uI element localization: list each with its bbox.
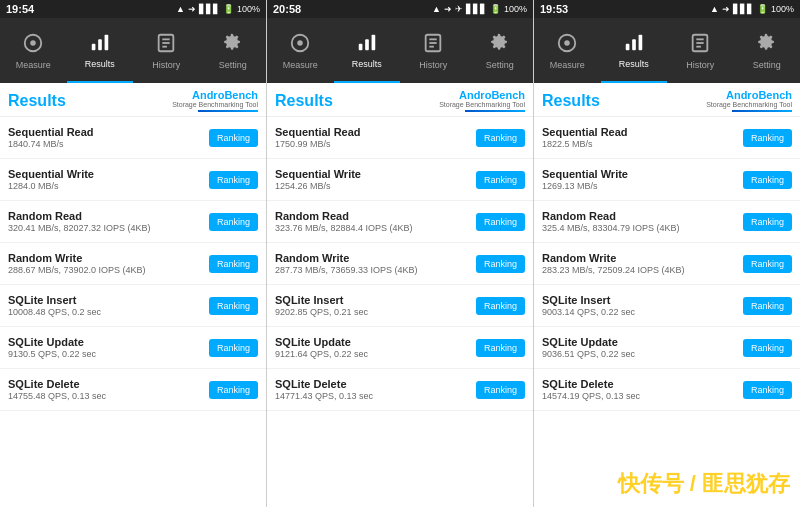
setting-icon [489, 32, 511, 57]
nav-item-results[interactable]: Results [601, 18, 668, 83]
ranking-button[interactable]: Ranking [209, 339, 258, 357]
results-header: Results AndroBench Storage Benchmarking … [0, 83, 266, 117]
bench-value: 14755.48 QPS, 0.13 sec [8, 391, 209, 401]
ranking-button[interactable]: Ranking [743, 339, 792, 357]
bench-value: 1750.99 MB/s [275, 139, 476, 149]
measure-icon [289, 32, 311, 57]
nav-bar: Measure Results History Setting [0, 18, 266, 83]
ranking-button[interactable]: Ranking [476, 213, 525, 231]
logo-bar [198, 110, 258, 112]
nav-item-measure[interactable]: Measure [0, 18, 67, 83]
svg-rect-2 [92, 43, 96, 49]
nav-item-setting[interactable]: Setting [734, 18, 801, 83]
phones-container: 19:54 ▲ ➜ ▋▋▋ 🔋 100% Measure Results His… [0, 0, 800, 507]
setting-label: Setting [219, 60, 247, 70]
bench-name: SQLite Delete [275, 378, 476, 390]
results-label: Results [352, 59, 382, 69]
bench-value: 325.4 MB/s, 83304.79 IOPS (4KB) [542, 223, 743, 233]
nav-item-measure[interactable]: Measure [534, 18, 601, 83]
arrow-icon: ➜ [722, 4, 730, 14]
bench-row: Sequential Write 1284.0 MB/s Ranking [0, 159, 266, 201]
nav-item-setting[interactable]: Setting [467, 18, 534, 83]
bench-value: 1840.74 MB/s [8, 139, 209, 149]
bench-name: SQLite Insert [542, 294, 743, 306]
bench-value: 1269.13 MB/s [542, 181, 743, 191]
ranking-button[interactable]: Ranking [743, 213, 792, 231]
nav-item-measure[interactable]: Measure [267, 18, 334, 83]
bench-value: 14771.43 QPS, 0.13 sec [275, 391, 476, 401]
bench-row: Sequential Read 1840.74 MB/s Ranking [0, 117, 266, 159]
setting-label: Setting [753, 60, 781, 70]
bench-name: Random Write [542, 252, 743, 264]
svg-point-19 [565, 40, 571, 46]
battery-icon: 🔋 [757, 4, 768, 14]
history-icon [155, 32, 177, 57]
measure-label: Measure [550, 60, 585, 70]
bench-info: Sequential Write 1254.26 MB/s [275, 168, 476, 191]
bench-row: Random Read 323.76 MB/s, 82884.4 IOPS (4… [267, 201, 533, 243]
setting-icon [756, 32, 778, 57]
status-bar: 19:54 ▲ ➜ ▋▋▋ 🔋 100% [0, 0, 266, 18]
ranking-button[interactable]: Ranking [476, 381, 525, 399]
bench-name: Random Read [542, 210, 743, 222]
results-header: Results AndroBench Storage Benchmarking … [534, 83, 800, 117]
ranking-button[interactable]: Ranking [209, 129, 258, 147]
bench-name: Random Write [8, 252, 209, 264]
ranking-button[interactable]: Ranking [743, 255, 792, 273]
ranking-button[interactable]: Ranking [476, 129, 525, 147]
ranking-button[interactable]: Ranking [743, 297, 792, 315]
results-label: Results [85, 59, 115, 69]
androbench-name: AndroBench [459, 89, 525, 101]
ranking-button[interactable]: Ranking [476, 171, 525, 189]
ranking-button[interactable]: Ranking [476, 255, 525, 273]
nav-item-results[interactable]: Results [67, 18, 134, 83]
results-title: Results [275, 92, 333, 110]
history-label: History [419, 60, 447, 70]
androbench-logo: AndroBench Storage Benchmarking Tool [172, 89, 258, 112]
ranking-button[interactable]: Ranking [476, 339, 525, 357]
status-bar: 20:58 ▲ ➜ ✈▋▋▋ 🔋 100% [267, 0, 533, 18]
nav-item-history[interactable]: History [400, 18, 467, 83]
bench-row: SQLite Update 9130.5 QPS, 0.22 sec Ranki… [0, 327, 266, 369]
phone-panel-0: 19:54 ▲ ➜ ▋▋▋ 🔋 100% Measure Results His… [0, 0, 267, 507]
nav-item-history[interactable]: History [667, 18, 734, 83]
nav-item-history[interactable]: History [133, 18, 200, 83]
ranking-button[interactable]: Ranking [476, 297, 525, 315]
ranking-button[interactable]: Ranking [209, 381, 258, 399]
arrow-icon: ➜ [188, 4, 196, 14]
history-icon [689, 32, 711, 57]
bench-name: SQLite Update [275, 336, 476, 348]
ranking-button[interactable]: Ranking [209, 297, 258, 315]
ranking-button[interactable]: Ranking [209, 171, 258, 189]
nav-item-setting[interactable]: Setting [200, 18, 267, 83]
ranking-button[interactable]: Ranking [743, 171, 792, 189]
bench-row: SQLite Delete 14771.43 QPS, 0.13 sec Ran… [267, 369, 533, 411]
bench-row: SQLite Delete 14755.48 QPS, 0.13 sec Ran… [0, 369, 266, 411]
svg-rect-11 [359, 43, 363, 49]
content-area: Results AndroBench Storage Benchmarking … [267, 83, 533, 507]
results-icon [89, 31, 111, 56]
battery-pct: 100% [237, 4, 260, 14]
bench-name: Random Read [8, 210, 209, 222]
androbench-name: AndroBench [726, 89, 792, 101]
results-icon [356, 31, 378, 56]
ranking-button[interactable]: Ranking [743, 129, 792, 147]
bench-name: Random Read [275, 210, 476, 222]
ranking-button[interactable]: Ranking [209, 255, 258, 273]
history-label: History [686, 60, 714, 70]
bench-value: 323.76 MB/s, 82884.4 IOPS (4KB) [275, 223, 476, 233]
bench-value: 287.73 MB/s, 73659.33 IOPS (4KB) [275, 265, 476, 275]
status-time: 20:58 [273, 3, 301, 15]
status-icons: ▲ ➜ ▋▋▋ 🔋 100% [176, 4, 260, 14]
nav-item-results[interactable]: Results [334, 18, 401, 83]
bench-value: 9003.14 QPS, 0.22 sec [542, 307, 743, 317]
bench-info: SQLite Update 9036.51 QPS, 0.22 sec [542, 336, 743, 359]
bench-info: SQLite Insert 9202.85 QPS, 0.21 sec [275, 294, 476, 317]
bench-row: Random Write 283.23 MB/s, 72509.24 IOPS … [534, 243, 800, 285]
ranking-button[interactable]: Ranking [209, 213, 258, 231]
bench-value: 9130.5 QPS, 0.22 sec [8, 349, 209, 359]
ranking-button[interactable]: Ranking [743, 381, 792, 399]
bench-info: SQLite Delete 14755.48 QPS, 0.13 sec [8, 378, 209, 401]
svg-point-1 [31, 40, 37, 46]
bench-value: 288.67 MB/s, 73902.0 IOPS (4KB) [8, 265, 209, 275]
